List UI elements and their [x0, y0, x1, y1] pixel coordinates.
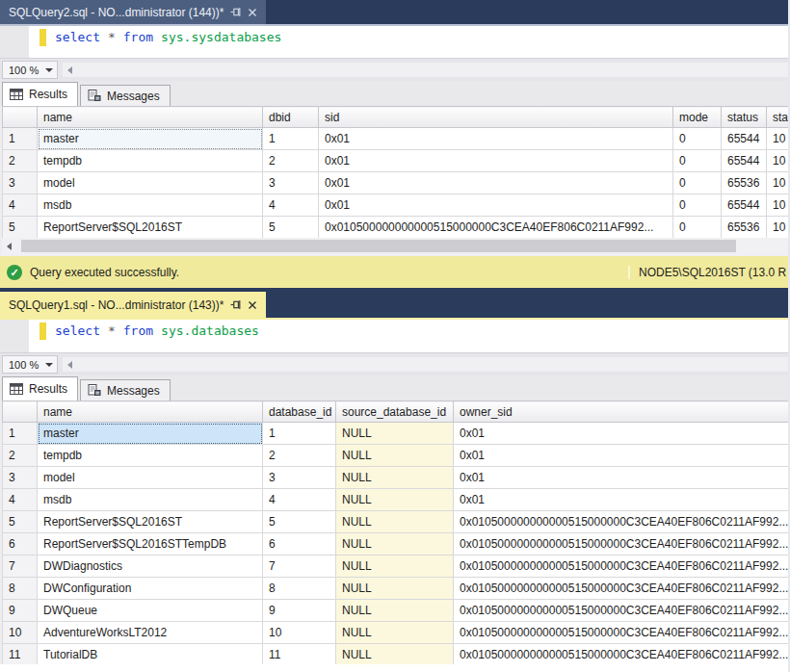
grid-cell[interactable]: ReportServer$SQL2016ST — [38, 511, 263, 533]
grid-cell[interactable]: 10 — [767, 172, 789, 194]
sql-code-line[interactable]: select*fromsys.sysdatabases — [55, 29, 289, 46]
scroll-left-icon[interactable] — [7, 243, 12, 250]
column-header-name[interactable]: name — [38, 401, 263, 423]
grid-cell[interactable]: 65544 — [722, 194, 767, 217]
column-header-database-id[interactable]: database_id — [263, 401, 336, 423]
grid-corner[interactable] — [3, 107, 38, 128]
column-header-owner-sid[interactable]: owner_sid — [454, 401, 789, 423]
grid-cell[interactable]: msdb — [38, 194, 263, 217]
grid-cell[interactable]: 6 — [263, 533, 336, 556]
row-number[interactable]: 5 — [3, 511, 38, 533]
grid-cell[interactable]: ReportServer$SQL2016STTempDB — [38, 533, 263, 556]
column-header-name[interactable]: name — [38, 107, 263, 128]
grid-cell[interactable]: NULL — [336, 533, 454, 556]
grid-cell[interactable]: 65536 — [722, 172, 767, 194]
grid-cell[interactable]: 0x01 — [319, 150, 673, 172]
row-number[interactable]: 4 — [3, 489, 38, 511]
grid-cell[interactable]: master — [38, 423, 263, 445]
tab-results[interactable]: Results — [2, 82, 78, 106]
row-number[interactable]: 10 — [3, 622, 38, 644]
grid-cell[interactable]: 0x01 — [454, 423, 789, 445]
grid-cell[interactable]: 3 — [263, 467, 336, 489]
grid-cell[interactable]: master — [38, 128, 263, 150]
grid-cell[interactable]: 7 — [263, 556, 336, 578]
grid-cell[interactable]: NULL — [336, 423, 454, 445]
grid-cell[interactable]: 0x01 — [454, 445, 789, 467]
grid-cell[interactable]: 0 — [673, 150, 722, 172]
grid-cell[interactable]: NULL — [336, 556, 454, 578]
document-tab-sqlquery2[interactable]: SQLQuery2.sql - NO...dministrator (144))… — [0, 0, 266, 24]
grid-cell[interactable]: 0x01 — [319, 172, 673, 194]
row-number[interactable]: 3 — [3, 467, 38, 489]
grid-cell[interactable]: 65544 — [722, 128, 767, 150]
grid-cell[interactable]: 4 — [263, 489, 336, 511]
row-number[interactable]: 3 — [3, 172, 38, 194]
close-icon[interactable] — [248, 300, 257, 310]
grid-cell[interactable]: 8 — [263, 578, 336, 600]
sql-editor-top[interactable]: select*fromsys.sysdatabases — [0, 26, 790, 58]
row-number[interactable]: 6 — [3, 533, 38, 556]
grid-cell[interactable]: 0 — [673, 128, 722, 150]
grid-cell[interactable]: 0x01 — [319, 194, 673, 217]
row-number[interactable]: 8 — [3, 578, 38, 600]
grid-cell[interactable]: 0x010500000000000515000000C3CEA40EF806C0… — [454, 644, 789, 665]
grid-cell[interactable]: 10 — [767, 128, 789, 150]
tab-messages[interactable]: Messages — [80, 379, 171, 401]
grid-cell[interactable]: TutorialDB — [38, 644, 263, 665]
horizontal-scrollbar[interactable] — [0, 238, 790, 256]
grid-cell[interactable]: 2 — [263, 445, 336, 467]
grid-cell[interactable]: NULL — [336, 644, 454, 665]
grid-cell[interactable]: 65536 — [722, 217, 767, 239]
grid-cell[interactable]: 0x010500000000000515000000C3CEA40EF806C0… — [454, 533, 789, 556]
grid-cell[interactable]: 0 — [673, 172, 722, 194]
grid-cell[interactable]: 0x01 — [319, 128, 673, 150]
column-header-status2[interactable]: status2 — [767, 107, 789, 128]
grid-cell[interactable]: 10 — [767, 150, 789, 172]
row-number[interactable]: 11 — [3, 644, 38, 665]
grid-cell[interactable]: 65544 — [722, 150, 767, 172]
grid-cell[interactable]: 0x010500000000000515000000C3CEA40EF806C0… — [454, 600, 789, 622]
grid-cell[interactable]: ReportServer$SQL2016ST — [38, 217, 263, 239]
row-number[interactable]: 7 — [3, 556, 38, 578]
grid-cell[interactable]: tempdb — [38, 445, 263, 467]
row-number[interactable]: 9 — [3, 600, 38, 622]
grid-cell[interactable]: 1 — [263, 128, 319, 150]
grid-cell[interactable]: 0x010500000000000515000000C3CEA40EF806C0… — [454, 578, 789, 600]
grid-cell[interactable]: DWConfiguration — [38, 578, 263, 600]
grid-cell[interactable]: AdventureWorksLT2012 — [38, 622, 263, 644]
tab-results[interactable]: Results — [2, 376, 78, 401]
grid-cell[interactable]: 0 — [673, 217, 722, 239]
grid-cell[interactable]: 5 — [263, 511, 336, 533]
grid-cell[interactable]: 5 — [263, 217, 319, 239]
grid-cell[interactable]: 10 — [263, 622, 336, 644]
grid-cell[interactable]: 10 — [767, 194, 789, 217]
row-number[interactable]: 4 — [3, 194, 38, 217]
grid-cell[interactable]: 0x010500000000000515000000C3CEA40EF806C0… — [454, 511, 789, 533]
column-header-mode[interactable]: mode — [673, 107, 722, 128]
grid-cell[interactable]: 11 — [263, 644, 336, 665]
grid-cell[interactable]: NULL — [336, 578, 454, 600]
grid-cell[interactable]: 0x01 — [454, 489, 789, 511]
grid-cell[interactable]: 4 — [263, 194, 319, 217]
tab-messages[interactable]: Messages — [80, 85, 171, 106]
grid-cell[interactable]: DWDiagnostics — [38, 556, 263, 578]
grid-cell[interactable]: NULL — [336, 467, 454, 489]
grid-cell[interactable]: model — [38, 467, 263, 489]
grid-cell[interactable]: 0x010500000000000515000000C3CEA40EF806C0… — [454, 556, 789, 578]
column-header-dbid[interactable]: dbid — [263, 107, 319, 128]
grid-cell[interactable]: tempdb — [38, 150, 263, 172]
column-header-source-database-id[interactable]: source_database_id — [336, 401, 454, 423]
pin-icon[interactable] — [230, 299, 241, 310]
grid-corner[interactable] — [3, 401, 38, 423]
grid-cell[interactable]: NULL — [336, 600, 454, 622]
row-number[interactable]: 2 — [3, 150, 38, 172]
grid-cell[interactable]: 1 — [263, 423, 336, 445]
grid-cell[interactable]: NULL — [336, 511, 454, 533]
row-number[interactable]: 2 — [3, 445, 38, 467]
grid-cell[interactable]: NULL — [336, 445, 454, 467]
grid-cell[interactable]: 2 — [263, 150, 319, 172]
grid-cell[interactable]: 9 — [263, 600, 336, 622]
grid-cell[interactable]: 0x010500000000000515000000C3CEA40EF806C0… — [319, 217, 673, 239]
sql-editor-bottom[interactable]: select*fromsys.databases — [0, 320, 790, 352]
grid-cell[interactable]: 0x01 — [454, 467, 789, 489]
